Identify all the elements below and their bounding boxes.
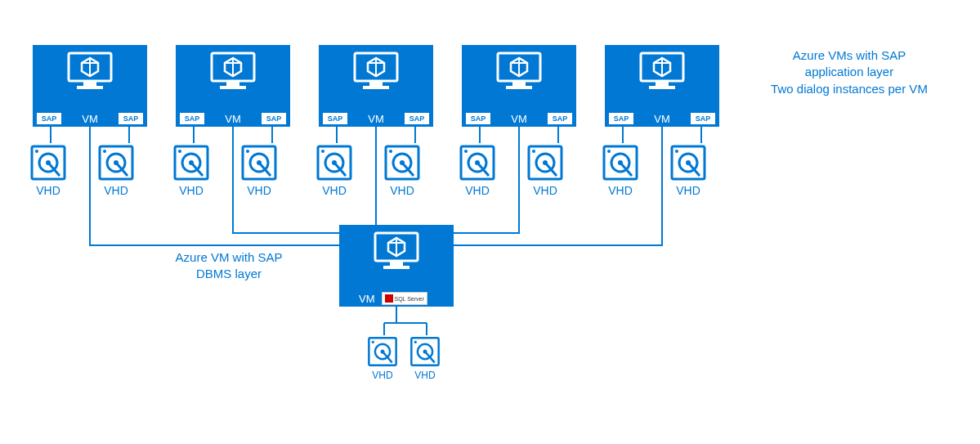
caption-line: Azure VMs with SAP — [793, 48, 906, 62]
svg-point-66 — [532, 150, 535, 153]
sap-badge-left: SAP — [322, 112, 348, 125]
vm-label: VM — [359, 293, 375, 305]
vhd-icon: VHD — [669, 143, 708, 197]
vm-monitor-icon — [638, 52, 687, 96]
vhd-icon: VHD — [526, 143, 565, 197]
svg-point-42 — [103, 150, 106, 153]
vhd-icon: VHD — [458, 143, 497, 197]
vhd-icon: VHD — [29, 143, 68, 197]
caption-dbms-layer: Azure VM with SAP DBMS layer — [159, 249, 298, 283]
caption-line: Azure VM with SAP — [176, 250, 283, 264]
sap-badge-left: SAP — [608, 112, 634, 125]
svg-point-58 — [389, 150, 392, 153]
app-vm-2: SAP VM SAP — [176, 45, 290, 127]
svg-rect-30 — [649, 86, 675, 89]
vhd-icon: VHD — [601, 143, 640, 197]
vhd-label: VHD — [390, 184, 414, 197]
svg-rect-23 — [369, 81, 383, 86]
dbms-vm: VM SQL Server — [339, 225, 454, 307]
svg-point-54 — [321, 150, 324, 153]
vm-label: VM — [368, 113, 384, 125]
svg-point-74 — [675, 150, 678, 153]
svg-point-70 — [607, 150, 611, 153]
caption-line: Two dialog instances per VM — [771, 82, 928, 96]
svg-point-46 — [178, 150, 181, 153]
svg-rect-32 — [390, 261, 403, 266]
sap-badge-left: SAP — [36, 112, 62, 125]
svg-point-62 — [464, 150, 468, 153]
caption-line: application layer — [805, 65, 893, 78]
vhd-label: VHD — [104, 184, 128, 197]
sql-flag-icon — [385, 294, 393, 303]
vhd-label: VHD — [322, 184, 347, 197]
vhd-label: VHD — [179, 184, 204, 197]
svg-rect-27 — [506, 86, 532, 89]
sap-badge-right: SAP — [261, 112, 287, 125]
vm-label: VM — [511, 113, 527, 125]
sap-badge-right: SAP — [547, 112, 573, 125]
app-vm-4: SAP VM SAP — [462, 45, 576, 127]
svg-rect-29 — [656, 81, 669, 86]
vhd-label: VHD — [247, 184, 271, 197]
vm-label: VM — [225, 113, 241, 125]
vhd-label: VHD — [414, 370, 435, 381]
app-vm-1: SAP VM SAP — [33, 45, 147, 127]
vm-monitor-icon — [494, 52, 544, 96]
svg-rect-17 — [83, 81, 96, 86]
vm-label: VM — [82, 113, 98, 125]
vhd-icon: VHD — [172, 143, 211, 197]
sap-badge-right: SAP — [690, 112, 716, 125]
svg-point-82 — [414, 341, 417, 343]
dbms-vhd-icon: VHD — [409, 335, 441, 381]
sap-badge-right: SAP — [118, 112, 144, 125]
svg-rect-18 — [77, 86, 103, 89]
caption-app-layer: Azure VMs with SAP application layer Two… — [759, 47, 939, 97]
vhd-label: VHD — [372, 370, 392, 381]
vm-monitor-icon — [351, 52, 401, 96]
vhd-icon: VHD — [96, 143, 136, 197]
vhd-label: VHD — [608, 184, 633, 197]
vm-monitor-icon — [65, 52, 114, 96]
svg-point-78 — [372, 341, 374, 343]
svg-point-38 — [35, 150, 38, 153]
topology-diagram: SAP VM SAP SAP VM SAP SAP VM SAP SAP V — [0, 0, 980, 444]
sql-server-text: SQL Server — [395, 296, 424, 302]
caption-line: DBMS layer — [196, 267, 262, 280]
vm-label: VM — [654, 113, 670, 125]
vm-monitor-icon — [372, 231, 421, 276]
vhd-icon: VHD — [315, 143, 354, 197]
sap-badge-left: SAP — [465, 112, 491, 125]
dbms-vhd-icon: VHD — [366, 335, 399, 381]
app-vm-5: SAP VM SAP — [605, 45, 719, 127]
svg-rect-21 — [220, 86, 246, 89]
svg-rect-26 — [512, 81, 526, 86]
vhd-icon: VHD — [383, 143, 422, 197]
vhd-label: VHD — [465, 184, 490, 197]
sap-badge-left: SAP — [179, 112, 205, 125]
vhd-icon: VHD — [239, 143, 279, 197]
sql-server-badge: SQL Server — [382, 292, 427, 305]
svg-rect-24 — [363, 86, 389, 89]
vhd-label: VHD — [533, 184, 557, 197]
app-vm-3: SAP VM SAP — [319, 45, 433, 127]
vhd-label: VHD — [36, 184, 60, 197]
vm-monitor-icon — [208, 52, 257, 96]
sap-badge-right: SAP — [404, 112, 430, 125]
vhd-label: VHD — [676, 184, 700, 197]
svg-rect-34 — [385, 294, 393, 303]
svg-rect-20 — [226, 81, 239, 86]
svg-point-50 — [246, 150, 249, 153]
svg-rect-33 — [383, 266, 409, 269]
